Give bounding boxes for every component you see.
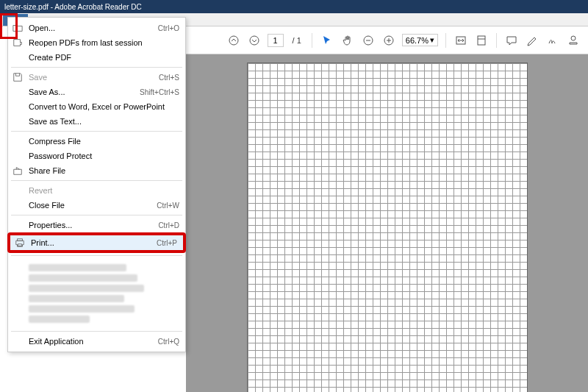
page-up-icon[interactable] bbox=[226, 33, 241, 48]
chevron-down-icon: ▾ bbox=[430, 35, 434, 45]
menu-item-save-text[interactable]: Save as Text... bbox=[8, 114, 185, 129]
document-canvas[interactable] bbox=[186, 54, 588, 392]
menu-item-compress[interactable]: Compress File bbox=[8, 134, 185, 149]
sign-icon[interactable] bbox=[545, 33, 560, 48]
svg-rect-5 bbox=[478, 36, 485, 45]
document-area: / 1 66.7%▾ bbox=[186, 26, 588, 392]
pdf-page bbox=[248, 63, 527, 392]
fit-page-icon[interactable] bbox=[474, 33, 489, 48]
printer-icon bbox=[15, 238, 25, 248]
recent-files-redacted bbox=[8, 258, 185, 329]
file-dropdown-menu: Open... Ctrl+O Reopen PDFs from last ses… bbox=[7, 17, 186, 352]
svg-point-0 bbox=[229, 36, 238, 45]
menu-item-password-protect[interactable]: Password Protect bbox=[8, 149, 185, 163]
toolbar-separator bbox=[496, 33, 497, 48]
menu-item-save-as[interactable]: Save As... Shift+Ctrl+S bbox=[8, 85, 185, 99]
menu-separator bbox=[11, 215, 182, 215]
save-icon bbox=[12, 72, 23, 82]
page-down-icon[interactable] bbox=[247, 33, 262, 48]
stamp-icon[interactable] bbox=[566, 33, 581, 48]
reopen-icon bbox=[12, 38, 23, 48]
svg-point-1 bbox=[250, 36, 259, 45]
menu-item-save: Save Ctrl+S bbox=[8, 70, 185, 85]
menu-item-open[interactable]: Open... Ctrl+O bbox=[8, 21, 185, 35]
menu-separator bbox=[11, 180, 182, 181]
menu-item-convert[interactable]: Convert to Word, Excel or PowerPoint bbox=[8, 99, 185, 114]
toolbar-separator bbox=[445, 33, 446, 48]
main-toolbar: / 1 66.7%▾ bbox=[186, 26, 588, 54]
menu-item-properties[interactable]: Properties... Ctrl+D bbox=[8, 218, 185, 232]
menu-item-exit[interactable]: Exit Application Ctrl+Q bbox=[8, 334, 185, 349]
zoom-in-icon[interactable] bbox=[381, 33, 396, 48]
menu-separator bbox=[11, 67, 182, 68]
menu-separator bbox=[11, 331, 182, 332]
menu-separator bbox=[11, 255, 182, 256]
window-titlebar: letter-size.pdf - Adobe Acrobat Reader D… bbox=[0, 0, 588, 13]
menu-item-share[interactable]: Share File bbox=[8, 163, 185, 178]
page-total: / 1 bbox=[290, 36, 304, 45]
menu-item-close-file[interactable]: Close File Ctrl+W bbox=[8, 198, 185, 213]
window-title: letter-size.pdf - Adobe Acrobat Reader D… bbox=[4, 3, 142, 11]
fit-width-icon[interactable] bbox=[453, 33, 468, 48]
share-icon bbox=[12, 165, 23, 176]
zoom-level-select[interactable]: 66.7%▾ bbox=[402, 34, 438, 46]
menu-item-print[interactable]: Print... Ctrl+P bbox=[10, 235, 183, 250]
zoom-out-icon[interactable] bbox=[361, 33, 376, 48]
highlight-icon[interactable] bbox=[525, 33, 539, 48]
comment-icon[interactable] bbox=[504, 33, 519, 48]
menu-separator bbox=[11, 131, 182, 132]
menu-item-create-pdf[interactable]: Create PDF bbox=[8, 50, 185, 65]
annotation-highlight-print: Print... Ctrl+P bbox=[7, 232, 186, 253]
hand-tool-icon[interactable] bbox=[340, 33, 355, 48]
selection-tool-icon[interactable] bbox=[320, 33, 334, 48]
menu-item-reopen[interactable]: Reopen PDFs from last session bbox=[8, 35, 185, 50]
toolbar-separator bbox=[312, 33, 312, 48]
svg-point-6 bbox=[571, 36, 576, 40]
page-number-input[interactable] bbox=[268, 34, 284, 47]
folder-open-icon bbox=[12, 23, 23, 33]
menu-item-revert: Revert bbox=[8, 183, 185, 198]
